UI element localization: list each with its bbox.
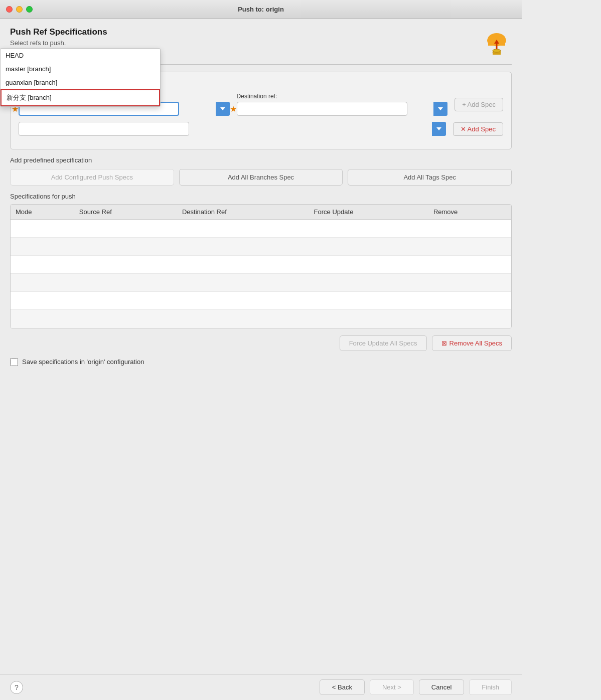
window-title: Push to: origin	[238, 6, 284, 13]
traffic-lights	[6, 6, 33, 13]
dest-ref-group: Destination ref: ★	[237, 93, 448, 116]
add-all-branches-btn[interactable]: Add All Branches Spec	[179, 169, 343, 186]
predefined-section: Add predefined specification Add Configu…	[10, 156, 512, 186]
cloud-upload-graphic	[483, 29, 510, 56]
remove-spec-button[interactable]: ✕ Add Spec	[453, 122, 503, 136]
predefined-title: Add predefined specification	[10, 156, 512, 164]
dest-ref-label: Destination ref:	[237, 93, 448, 100]
remove-source-wrapper	[19, 122, 446, 136]
dropdown-item-guanxian[interactable]: guanxian [branch]	[1, 76, 160, 89]
add-configured-btn[interactable]: Add Configured Push Specs	[10, 169, 174, 186]
specs-title: Specifications for push	[10, 193, 512, 200]
save-label: Save specifications in 'origin' configur…	[22, 358, 144, 366]
table-row	[11, 238, 511, 256]
remove-source-arrow	[432, 122, 446, 136]
specs-table: Mode Source Ref Destination Ref Force Up…	[11, 205, 511, 328]
save-section: Save specifications in 'origin' configur…	[10, 358, 512, 366]
remove-all-icon: ⊠	[441, 339, 447, 347]
add-spec-button[interactable]: + Add Spec	[455, 98, 503, 111]
dest-ref-select[interactable]	[237, 102, 407, 116]
source-dropdown-arrow	[216, 102, 230, 116]
col-force-update: Force Update	[309, 205, 428, 220]
table-header-row: Mode Source Ref Destination Ref Force Up…	[11, 205, 511, 220]
table-row	[11, 220, 511, 238]
dropdown-item-master[interactable]: master [branch]	[1, 62, 160, 76]
specs-section: Specifications for push Mode Source Ref …	[10, 193, 512, 328]
dropdown-item-xinzhi[interactable]: 新分支 [branch]	[1, 89, 160, 106]
remove-source-select[interactable]	[19, 122, 189, 136]
col-dest-ref: Destination Ref	[177, 205, 309, 220]
col-remove: Remove	[428, 205, 511, 220]
dest-dropdown-arrow	[433, 102, 447, 116]
col-mode: Mode	[11, 205, 74, 220]
table-row	[11, 310, 511, 328]
remove-all-label: Remove All Specs	[449, 339, 503, 347]
predefined-buttons: Add Configured Push Specs Add All Branch…	[10, 169, 512, 186]
page-subtitle: Select refs to push.	[10, 39, 107, 47]
minimize-button[interactable]	[16, 6, 23, 13]
svg-point-8	[493, 49, 501, 52]
add-all-tags-btn[interactable]: Add All Tags Spec	[348, 169, 512, 186]
remove-spec-row: ✕ Add Spec	[19, 122, 503, 136]
create-update-panel: Add create/update specification Source r…	[10, 72, 512, 149]
remove-source-group	[19, 122, 446, 136]
save-checkbox[interactable]	[10, 358, 18, 366]
main-content: Push Ref Specifications Select refs to p…	[0, 19, 522, 366]
page-title: Push Ref Specifications	[10, 27, 107, 37]
dest-star-marker: ★	[230, 104, 237, 114]
specs-actions: Force Update All Specs ⊠ Remove All Spec…	[10, 335, 512, 351]
remove-all-specs-btn[interactable]: ⊠ Remove All Specs	[432, 335, 512, 351]
source-dropdown-popup: HEAD master [branch] guanxian [branch] 新…	[0, 48, 161, 107]
table-row	[11, 274, 511, 292]
header-text: Push Ref Specifications Select refs to p…	[10, 27, 107, 47]
col-source-ref: Source Ref	[74, 205, 177, 220]
dropdown-item-head[interactable]: HEAD	[1, 49, 160, 62]
cloud-upload-icon	[482, 27, 512, 57]
table-row	[11, 256, 511, 274]
specs-table-wrapper: Mode Source Ref Destination Ref Force Up…	[10, 204, 512, 328]
close-button[interactable]	[6, 6, 13, 13]
table-row	[11, 292, 511, 310]
force-update-all-btn[interactable]: Force Update All Specs	[340, 335, 427, 351]
dest-ref-wrapper: ★	[237, 102, 448, 116]
titlebar: Push to: origin	[0, 0, 522, 19]
maximize-button[interactable]	[26, 6, 33, 13]
